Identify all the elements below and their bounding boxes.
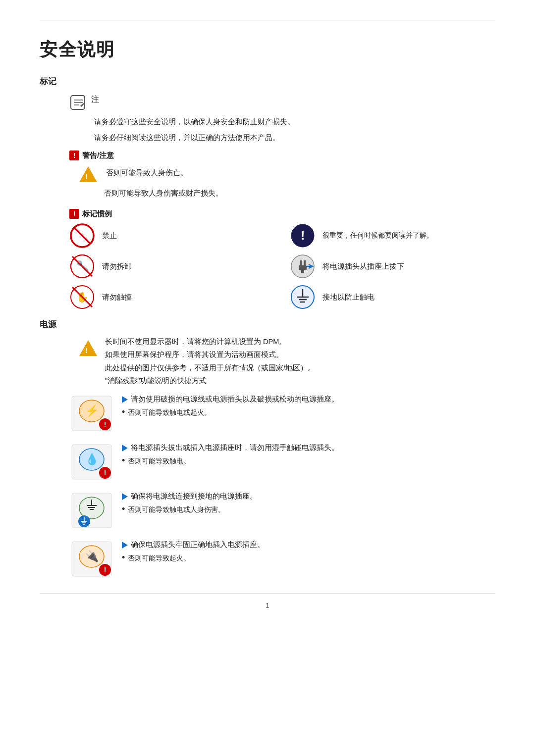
power-warning-block: 长时间不使用显示器时，请将您的计算机设置为 DPM。 如果使用屏幕保护程序，请将… — [79, 336, 495, 387]
symbol-no-disassemble: 🔧 请勿拆卸 — [69, 253, 275, 279]
bullet-2: • — [122, 455, 125, 466]
svg-text:!: ! — [301, 228, 305, 243]
power-text-list: 长时间不使用显示器时，请将您的计算机设置为 DPM。 如果使用屏幕保护程序，请将… — [105, 336, 315, 387]
instr-img-2: 💧 ! — [69, 442, 114, 482]
top-divider — [40, 20, 495, 20]
instr-img-3 — [69, 491, 114, 530]
warning-item-1: 否则可能导致人身伤亡。 — [69, 164, 495, 186]
instr-main-4: 确保电源插头牢固正确地插入电源插座。 — [131, 539, 265, 551]
symbol-exclaim: ! 很重要，任何时候都要阅读并了解。 — [290, 223, 495, 249]
red-exclaim-icon-2: ! — [69, 209, 79, 219]
svg-rect-16 — [301, 270, 304, 273]
page-number: 1 — [40, 600, 495, 611]
note-block: 注 — [69, 93, 495, 112]
instr-content-4: 确保电源插头牢固正确地插入电源插座。 • 否则可能导致起火。 — [122, 539, 495, 564]
note-label: 注 — [91, 93, 99, 106]
symbol-exclaim-label: 很重要，任何时候都要阅读并了解。 — [322, 231, 433, 241]
power-line-2: 如果使用屏幕保护程序，请将其设置为活动画面模式。 — [105, 349, 315, 360]
section-power: 电源 — [40, 318, 495, 331]
bullet-1: • — [122, 407, 125, 418]
symbol-ban: 禁止 — [69, 223, 275, 249]
convention-label-row: ! 标记惯例 — [69, 208, 495, 220]
instr-content-2: 将电源插头拔出或插入电源插座时，请勿用湿手触碰电源插头。 • 否则可能导致触电。 — [122, 442, 495, 467]
svg-rect-13 — [300, 260, 302, 265]
svg-rect-15 — [299, 265, 307, 270]
instr-row-3: 确保将电源线连接到接地的电源插座。 • 否则可能导致触电或人身伤害。 — [69, 491, 495, 530]
warning-text-2: 否则可能导致人身伤害或财产损失。 — [104, 188, 495, 199]
page-title: 安全说明 — [40, 35, 495, 64]
convention-label: 标记惯例 — [82, 208, 112, 220]
warning-label: ! 警告/注意 — [69, 150, 495, 161]
section-biaoji-label: 标记 — [40, 75, 56, 88]
blue-arrow-icon-3 — [122, 493, 128, 500]
instr-sub-2: 否则可能导致触电。 — [128, 455, 190, 466]
svg-text:💧: 💧 — [85, 453, 99, 466]
section-power-label: 电源 — [40, 318, 56, 331]
svg-text:🔌: 🔌 — [85, 550, 99, 563]
triangle-warning-icon — [79, 166, 97, 182]
note-line-1: 请务必遵守这些安全说明，以确保人身安全和防止财产损失。 — [94, 116, 495, 128]
instr-row-1: ⚡ ! 请勿使用破损的电源线或电源插头以及破损或松动的电源插座。 • 否则可能导… — [69, 394, 495, 433]
symbol-unplug: 将电源插头从插座上拔下 — [290, 253, 495, 279]
instr-main-1: 请勿使用破损的电源线或电源插头以及破损或松动的电源插座。 — [131, 394, 339, 405]
instr-img-1: ⚡ ! — [69, 394, 114, 433]
svg-line-5 — [74, 228, 90, 244]
symbol-ground-label: 接地以防止触电 — [322, 291, 374, 303]
symbol-unplug-label: 将电源插头从插座上拔下 — [322, 260, 404, 272]
instr-sub-1: 否则可能导致触电或起火。 — [128, 407, 211, 418]
power-line-4: "消除残影"功能说明的快捷方式 — [105, 375, 315, 387]
red-exclaim-icon: ! — [69, 151, 79, 160]
instr-row-4: 🔌 ! 确保电源插头牢固正确地插入电源插座。 • 否则可能导致起火。 — [69, 539, 495, 579]
symbol-no-disassemble-label: 请勿拆卸 — [102, 260, 132, 272]
section-biaoji: 标记 — [40, 75, 495, 88]
svg-text:!: ! — [104, 420, 107, 428]
blue-arrow-icon-1 — [122, 396, 128, 403]
power-triangle-icon — [79, 340, 97, 356]
instr-main-2: 将电源插头拔出或插入电源插座时，请勿用湿手触碰电源插头。 — [131, 442, 339, 454]
instr-content-1: 请勿使用破损的电源线或电源插头以及破损或松动的电源插座。 • 否则可能导致触电或… — [122, 394, 495, 418]
page: 安全说明 标记 注 请务必遵守这些安全说明，以确保人身安全和防止财产损失。 请务… — [0, 0, 535, 756]
warning-text-1: 否则可能导致人身伤亡。 — [106, 167, 188, 179]
symbol-no-touch: ✋ 请勿触摸 — [69, 284, 275, 310]
symbol-grid: 禁止 ! 很重要，任何时候都要阅读并了解。 🔧 请勿拆卸 — [69, 223, 495, 310]
svg-text:!: ! — [104, 566, 107, 574]
power-line-3: 此处提供的图片仅供参考，不适用于所有情况（或国家/地区）。 — [105, 362, 315, 374]
svg-text:⚡: ⚡ — [85, 404, 99, 417]
instr-sub-3: 否则可能导致触电或人身伤害。 — [128, 504, 225, 515]
bullet-3: • — [122, 504, 125, 515]
bullet-4: • — [122, 553, 125, 563]
symbol-no-touch-label: 请勿触摸 — [102, 291, 132, 303]
note-icon — [69, 94, 87, 112]
svg-text:!: ! — [104, 469, 107, 477]
symbol-ban-label: 禁止 — [102, 230, 117, 242]
svg-line-11 — [72, 256, 92, 276]
power-line-1: 长时间不使用显示器时，请将您的计算机设置为 DPM。 — [105, 336, 315, 348]
symbol-ground: 接地以防止触电 — [290, 284, 495, 310]
blue-arrow-icon-4 — [122, 542, 128, 549]
instr-sub-4: 否则可能导致起火。 — [128, 553, 190, 563]
instr-main-3: 确保将电源线连接到接地的电源插座。 — [131, 491, 257, 502]
svg-rect-14 — [304, 260, 306, 265]
bottom-divider — [40, 594, 495, 594]
blue-arrow-icon-2 — [122, 445, 128, 452]
svg-line-20 — [72, 287, 92, 307]
instr-img-4: 🔌 ! — [69, 539, 114, 579]
instr-content-3: 确保将电源线连接到接地的电源插座。 • 否则可能导致触电或人身伤害。 — [122, 491, 495, 515]
note-line-2: 请务必仔细阅读这些说明，并以正确的方法使用本产品。 — [94, 132, 495, 144]
instr-row-2: 💧 ! 将电源插头拔出或插入电源插座时，请勿用湿手触碰电源插头。 • 否则可能导… — [69, 442, 495, 482]
